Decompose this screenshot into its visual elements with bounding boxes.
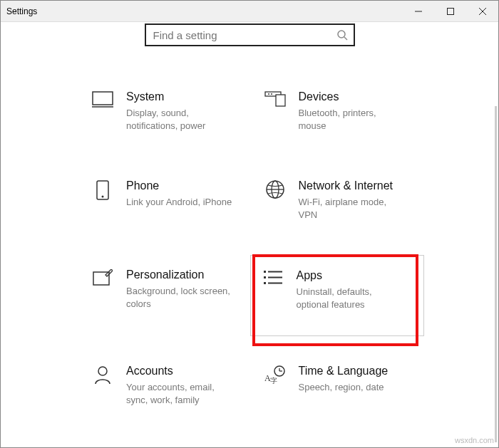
tile-desc: Speech, region, date — [299, 381, 389, 394]
tile-desc: Your accounts, email, sync, work, family — [126, 381, 233, 407]
tile-title: Time & Language — [299, 364, 389, 378]
watermark: wsxdn.com — [455, 436, 494, 444]
search-box[interactable] — [145, 24, 355, 46]
tile-title: Phone — [126, 179, 232, 193]
system-icon — [92, 91, 113, 108]
close-button[interactable] — [466, 1, 498, 21]
search-input[interactable] — [152, 28, 336, 42]
svg-point-4 — [338, 31, 345, 38]
globe-icon — [266, 180, 284, 199]
search-wrap — [1, 24, 498, 46]
svg-point-10 — [268, 93, 269, 95]
personalization-icon — [93, 269, 113, 286]
svg-text:字: 字 — [270, 377, 277, 384]
tile-desc: Background, lock screen, colors — [126, 285, 233, 311]
tile-system[interactable]: System Display, sound, notifications, po… — [86, 85, 248, 142]
search-icon — [336, 29, 348, 41]
svg-point-24 — [98, 367, 107, 375]
svg-rect-18 — [264, 271, 266, 273]
settings-window: Settings — [0, 0, 499, 448]
minimize-button[interactable] — [402, 1, 434, 21]
tile-title: Network & Internet — [299, 179, 406, 193]
tile-desc: Link your Android, iPhone — [126, 196, 232, 209]
titlebar: Settings — [1, 1, 498, 22]
tile-title: Devices — [299, 90, 406, 104]
settings-grid: System Display, sound, notifications, po… — [86, 85, 420, 417]
tile-apps[interactable]: Apps Uninstall, defaults, optional featu… — [250, 255, 425, 336]
svg-point-11 — [271, 93, 272, 95]
svg-line-5 — [344, 37, 347, 40]
tile-personalization[interactable]: Personalization Background, lock screen,… — [86, 264, 248, 328]
tile-desc: Wi-Fi, airplane mode, VPN — [299, 196, 406, 222]
tile-accounts[interactable]: Accounts Your accounts, email, sync, wor… — [86, 360, 248, 417]
tile-title: System — [126, 90, 233, 104]
tile-desc: Display, sound, notifications, power — [126, 107, 233, 132]
tile-title: Accounts — [126, 364, 233, 378]
svg-rect-6 — [93, 92, 113, 105]
maximize-button[interactable] — [434, 1, 466, 21]
content-area: System Display, sound, notifications, po… — [1, 22, 498, 447]
tile-title: Personalization — [126, 268, 233, 282]
time-language-icon: A字 — [264, 365, 286, 384]
window-title: Settings — [6, 6, 37, 16]
devices-icon — [264, 91, 286, 107]
scrollbar[interactable] — [495, 106, 497, 442]
window-buttons — [402, 1, 498, 21]
apps-icon — [264, 270, 282, 286]
phone-icon — [96, 180, 109, 200]
svg-rect-22 — [264, 282, 266, 284]
tile-desc: Bluetooth, printers, mouse — [299, 107, 406, 132]
tile-phone[interactable]: Phone Link your Android, iPhone — [86, 174, 248, 231]
svg-point-13 — [102, 196, 104, 198]
svg-rect-9 — [276, 95, 285, 106]
tile-time-language[interactable]: A字 Time & Language Speech, region, date — [259, 360, 421, 417]
svg-rect-1 — [447, 8, 453, 14]
tile-devices[interactable]: Devices Bluetooth, printers, mouse — [259, 85, 421, 142]
svg-rect-20 — [264, 276, 266, 278]
tile-title: Apps — [297, 269, 403, 283]
tile-network[interactable]: Network & Internet Wi-Fi, airplane mode,… — [259, 174, 421, 231]
tile-desc: Uninstall, defaults, optional features — [297, 286, 403, 311]
accounts-icon — [94, 365, 111, 384]
